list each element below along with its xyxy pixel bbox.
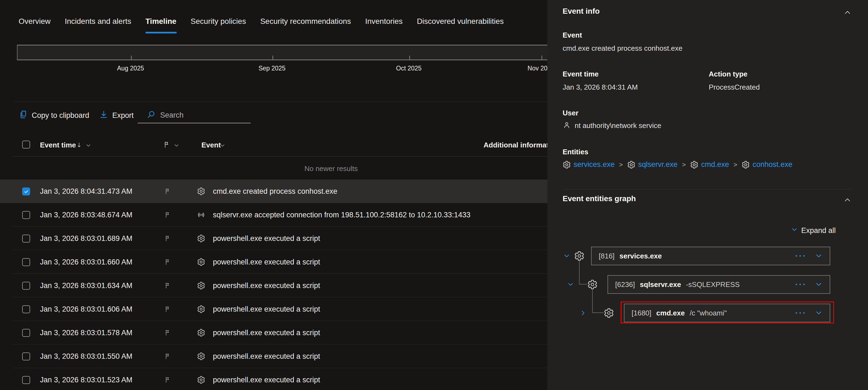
more-actions-button[interactable]: ···	[795, 280, 807, 289]
search-box[interactable]	[137, 107, 251, 123]
more-actions-button[interactable]: ···	[795, 251, 807, 261]
row-checkbox[interactable]	[22, 305, 30, 313]
event-description-cell: cmd.exe created process conhost.exe	[213, 179, 337, 203]
row-checkbox[interactable]	[22, 353, 30, 360]
process-gear-icon	[197, 305, 205, 314]
table-row[interactable]: Jan 3, 2026 8:03:01.523 AMpowershell.exe…	[0, 368, 547, 390]
sort-descending-icon[interactable]	[75, 141, 83, 148]
row-checkbox[interactable]	[22, 258, 30, 266]
tab-discovered-vulnerabilities[interactable]: Discovered vulnerabilities	[417, 17, 503, 33]
tab-inventories[interactable]: Inventories	[365, 17, 403, 33]
process-node-sqlservr[interactable]: [6236] sqlservr.exe -sSQLEXPRESS ···	[608, 275, 830, 294]
table-row[interactable]: Jan 3, 2026 8:03:01.578 AMpowershell.exe…	[0, 321, 547, 344]
main-area: OverviewIncidents and alertsTimelineSecu…	[0, 0, 547, 390]
flag-icon[interactable]	[164, 282, 171, 290]
column-header-event[interactable]: Event	[202, 141, 221, 149]
row-checkbox[interactable]	[22, 188, 30, 195]
timeline-axis-labels: Aug 2025 Sep 2025 Oct 2025 Nov 2025	[17, 65, 547, 74]
process-name: services.exe	[620, 252, 662, 260]
process-args: -sSQLEXPRESS	[686, 280, 740, 289]
flag-icon[interactable]	[164, 211, 171, 220]
tab-timeline[interactable]: Timeline	[146, 17, 177, 33]
search-input[interactable]	[159, 111, 242, 120]
event-description-cell: sqlservr.exe accepted connection from 19…	[213, 203, 470, 227]
export-button[interactable]: Export	[99, 110, 133, 121]
event-time-cell: Jan 3, 2026 8:03:48.674 AM	[40, 203, 132, 227]
expand-node-chevron-right-icon[interactable]	[580, 309, 587, 316]
export-label: Export	[112, 111, 133, 120]
table-row[interactable]: Jan 3, 2026 8:03:01.660 AMpowershell.exe…	[0, 250, 547, 274]
row-checkbox[interactable]	[22, 329, 30, 337]
chevron-down-icon[interactable]	[219, 142, 225, 148]
flag-icon[interactable]	[164, 353, 171, 361]
more-actions-button[interactable]: ···	[795, 308, 807, 318]
export-icon	[99, 110, 108, 121]
process-pid: [816]	[599, 252, 615, 260]
event-description-cell: powershell.exe executed a script	[213, 250, 320, 274]
process-gear-icon	[197, 329, 205, 338]
tab-security-policies[interactable]: Security policies	[191, 17, 246, 33]
event-description-cell: powershell.exe executed a script	[213, 297, 320, 321]
divider	[14, 102, 547, 102]
chevron-down-icon[interactable]	[85, 142, 91, 148]
timeline-tick	[409, 56, 410, 59]
table-row[interactable]: Jan 3, 2026 8:04:31.473 AMcmd.exe create…	[0, 179, 547, 203]
flag-icon[interactable]	[164, 306, 171, 314]
collapse-node-chevron-icon[interactable]	[563, 252, 570, 259]
row-checkbox[interactable]	[22, 282, 30, 290]
timeline-chart[interactable]	[17, 45, 547, 60]
event-table-body: Jan 3, 2026 8:04:31.473 AMcmd.exe create…	[0, 179, 547, 390]
row-checkbox[interactable]	[22, 376, 30, 384]
expand-node-chevron-icon[interactable]	[815, 252, 823, 260]
flag-icon[interactable]	[164, 376, 171, 385]
chevron-down-icon[interactable]	[174, 142, 180, 148]
process-gear-icon	[587, 279, 598, 290]
no-newer-results-message: No newer results	[0, 164, 547, 173]
table-row[interactable]: Jan 3, 2026 8:03:01.550 AMpowershell.exe…	[0, 344, 547, 368]
process-node-cmd[interactable]: [1680] cmd.exe /c "whoami" ···	[624, 304, 830, 322]
expand-node-chevron-icon[interactable]	[815, 309, 823, 317]
flag-icon[interactable]	[164, 329, 171, 337]
copy-to-clipboard-label: Copy to clipboard	[32, 111, 89, 120]
select-all-checkbox[interactable]	[22, 141, 30, 148]
device-timeline-page: OverviewIncidents and alertsTimelineSecu…	[0, 0, 868, 390]
timeline-tick	[131, 56, 132, 59]
table-header: Event time Event Additional information	[0, 137, 547, 156]
copy-icon	[19, 110, 28, 121]
copy-to-clipboard-button[interactable]: Copy to clipboard	[19, 110, 89, 121]
divider	[12, 156, 547, 157]
process-gear-icon	[197, 234, 205, 244]
event-description-cell: powershell.exe executed a script	[213, 227, 320, 250]
table-row[interactable]: Jan 3, 2026 8:03:01.634 AMpowershell.exe…	[0, 274, 547, 297]
event-time-cell: Jan 3, 2026 8:03:01.660 AM	[40, 250, 132, 274]
column-header-event-time[interactable]: Event time	[40, 141, 76, 149]
collapse-node-chevron-icon[interactable]	[567, 281, 574, 288]
table-row[interactable]: Jan 3, 2026 8:03:01.606 AMpowershell.exe…	[0, 297, 547, 321]
tab-incidents-and-alerts[interactable]: Incidents and alerts	[65, 17, 131, 33]
event-time-cell: Jan 3, 2026 8:03:01.523 AM	[40, 368, 132, 390]
process-node-services[interactable]: [816] services.exe ···	[591, 247, 830, 265]
row-checkbox[interactable]	[22, 234, 30, 243]
event-time-cell: Jan 3, 2026 8:03:01.606 AM	[40, 297, 132, 321]
row-checkbox[interactable]	[22, 211, 30, 219]
table-row[interactable]: Jan 3, 2026 8:03:01.689 AMpowershell.exe…	[0, 227, 547, 250]
expand-node-chevron-icon[interactable]	[815, 281, 823, 288]
tab-overview[interactable]: Overview	[19, 17, 51, 33]
search-icon	[146, 110, 156, 120]
flag-column-icon[interactable]	[163, 141, 171, 148]
event-description-cell: powershell.exe executed a script	[213, 368, 320, 390]
column-header-additional-information[interactable]: Additional information	[484, 141, 547, 149]
event-description-cell: powershell.exe executed a script	[213, 274, 320, 297]
flag-icon[interactable]	[164, 188, 171, 196]
event-description-cell: powershell.exe executed a script	[213, 344, 320, 368]
process-name: sqlservr.exe	[640, 280, 681, 289]
month-label: Aug 2025	[117, 65, 144, 72]
month-label: Oct 2025	[396, 65, 422, 72]
flag-icon[interactable]	[164, 235, 171, 243]
table-row[interactable]: Jan 3, 2026 8:03:48.674 AMsqlservr.exe a…	[0, 203, 547, 227]
event-time-cell: Jan 3, 2026 8:03:01.578 AM	[40, 321, 132, 344]
flag-icon[interactable]	[164, 258, 171, 267]
event-description-cell: powershell.exe executed a script	[213, 321, 320, 344]
timeline-tick	[541, 56, 542, 59]
tab-security-recommendations[interactable]: Security recommendations	[260, 17, 351, 33]
